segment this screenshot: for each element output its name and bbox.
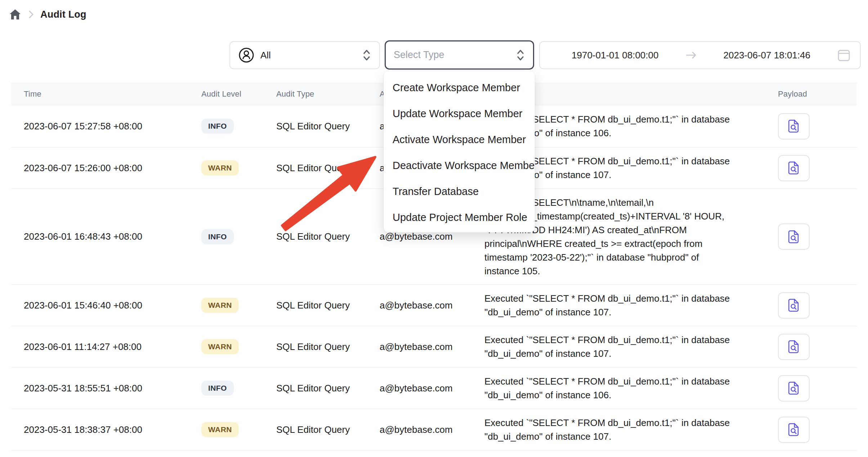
status-badge: WARN	[201, 422, 239, 437]
cell-audit-type: SQL Editor Query	[276, 231, 380, 242]
table-row: 2023-05-31 18:38:37 +08:00 WARN SQL Edit…	[11, 409, 857, 451]
dropdown-option[interactable]: Update Project Member Role	[384, 204, 535, 230]
cell-audit-type: SQL Editor Query	[276, 163, 380, 174]
status-badge: WARN	[201, 298, 239, 313]
type-filter-select[interactable]: Select Type	[385, 40, 534, 70]
status-badge: INFO	[201, 229, 234, 244]
dropdown-option[interactable]: Create Workspace Member	[384, 75, 535, 101]
cell-audit-type: SQL Editor Query	[276, 121, 380, 132]
status-badge: WARN	[201, 160, 239, 176]
col-header-audit-type: Audit Type	[276, 89, 380, 99]
dropdown-option[interactable]: Activate Workspace Member	[384, 127, 535, 152]
calendar-icon[interactable]	[836, 48, 851, 63]
cell-time: 2023-06-01 16:48:43 +08:00	[11, 231, 201, 242]
col-header-audit-level: Audit Level	[201, 89, 276, 99]
view-payload-button[interactable]	[778, 223, 810, 250]
cell-time: 2023-06-01 11:14:27 +08:00	[11, 341, 201, 352]
user-circle-icon	[238, 47, 255, 63]
cell-audit-type: SQL Editor Query	[276, 383, 380, 394]
view-payload-button[interactable]	[778, 375, 810, 401]
cell-audit-type: SQL Editor Query	[276, 424, 380, 435]
cell-actor: a@bytebase.com	[380, 424, 484, 435]
cell-time: 2023-05-31 18:38:37 +08:00	[11, 424, 201, 435]
breadcrumb: Audit Log	[9, 8, 86, 21]
type-select-dropdown: Create Workspace Member Update Workspace…	[384, 71, 535, 232]
table-row: 2023-05-31 18:55:51 +08:00 INFO SQL Edit…	[11, 368, 857, 409]
view-payload-button[interactable]	[778, 334, 810, 360]
dropdown-option[interactable]: Transfer Database	[384, 178, 535, 204]
cell-audit-type: SQL Editor Query	[276, 341, 380, 352]
date-range-start[interactable]: 1970-01-01 08:00:00	[549, 50, 682, 61]
cell-actor: a@bytebase.com	[380, 300, 484, 311]
cell-comment: Executed `"SELECT * FROM db_ui_demo.t1;"…	[484, 333, 778, 360]
cell-actor: a@bytebase.com	[380, 341, 484, 352]
table-row: 2023-06-01 15:46:40 +08:00 WARN SQL Edit…	[11, 285, 857, 326]
dropdown-option[interactable]: Update Workspace Member	[384, 101, 535, 127]
cell-audit-type: SQL Editor Query	[276, 300, 380, 311]
actor-filter-select[interactable]: All	[229, 41, 380, 69]
cell-time: 2023-06-07 15:27:58 +08:00	[11, 121, 201, 132]
cell-time: 2023-06-07 15:26:00 +08:00	[11, 163, 201, 174]
cell-actor: a@bytebase.com	[380, 383, 484, 394]
table-row: 2023-06-01 11:14:27 +08:00 WARN SQL Edit…	[11, 326, 857, 368]
page-title: Audit Log	[40, 9, 86, 20]
home-icon[interactable]	[9, 8, 22, 21]
view-payload-button[interactable]	[778, 292, 810, 319]
arrow-right-icon	[685, 50, 698, 60]
status-badge: WARN	[201, 339, 239, 354]
status-badge: INFO	[201, 119, 234, 134]
cell-actor: a@bytebase.com	[380, 231, 484, 242]
cell-time: 2023-05-31 18:55:51 +08:00	[11, 383, 201, 394]
view-payload-button[interactable]	[778, 155, 810, 181]
type-filter-placeholder: Select Type	[394, 49, 516, 61]
dropdown-option[interactable]: Deactivate Workspace Member	[384, 152, 535, 178]
chevron-right-icon	[27, 10, 35, 19]
cell-comment: Executed `"SELECT * FROM db_ui_demo.t1;"…	[484, 416, 778, 443]
col-header-time: Time	[11, 89, 201, 99]
cell-time: 2023-06-01 15:46:40 +08:00	[11, 300, 201, 311]
cell-comment: Executed `"SELECT * FROM db_ui_demo.t1;"…	[484, 292, 778, 319]
date-range-end[interactable]: 2023-06-07 18:01:46	[701, 50, 834, 61]
chevrons-up-down-icon	[516, 49, 525, 62]
view-payload-button[interactable]	[778, 113, 810, 139]
actor-filter-value: All	[260, 50, 356, 61]
col-header-payload: Payload	[778, 89, 857, 99]
date-range-picker[interactable]: 1970-01-01 08:00:00 2023-06-07 18:01:46	[539, 41, 861, 69]
chevrons-up-down-icon	[362, 49, 371, 62]
cell-comment: Executed `"SELECT * FROM db_ui_demo.t1;"…	[484, 374, 778, 402]
view-payload-button[interactable]	[778, 417, 810, 443]
status-badge: INFO	[201, 381, 234, 396]
